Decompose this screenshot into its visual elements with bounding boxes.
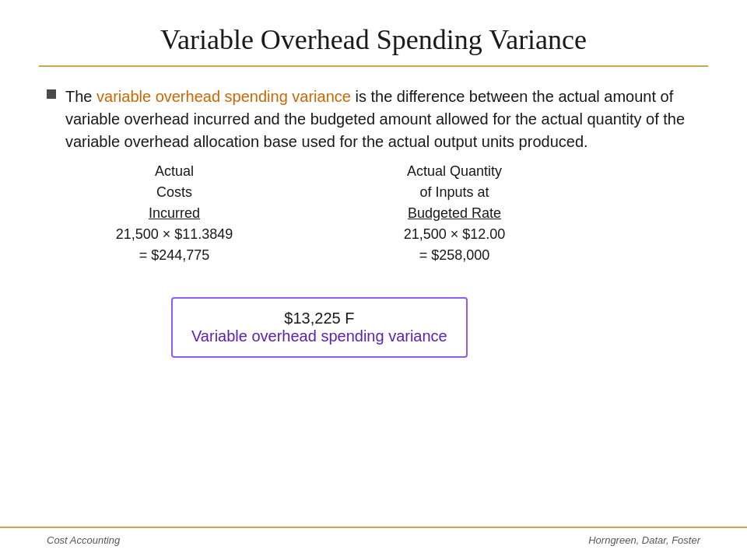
col-right-line4: 21,500 × $12.00 xyxy=(345,224,563,245)
bullet-text: The variable overhead spending variance … xyxy=(65,86,700,153)
col-right-line2: of Inputs at xyxy=(345,182,563,203)
col-left-line4: 21,500 × $11.3849 xyxy=(65,224,283,245)
content-area: The variable overhead spending variance … xyxy=(39,86,708,358)
col-left-line2: Costs xyxy=(65,182,283,203)
slide: Variable Overhead Spending Variance The … xyxy=(0,0,747,560)
variance-label: Variable overhead spending variance xyxy=(191,327,447,345)
col-left-line1: Actual xyxy=(65,161,283,182)
footer: Cost Accounting Horngreen, Datar, Foster xyxy=(0,527,747,546)
variance-amount: $13,225 F xyxy=(191,310,447,327)
page-title: Variable Overhead Spending Variance xyxy=(39,23,708,67)
col-left-line3: Incurred xyxy=(65,203,283,224)
bullet-item: The variable overhead spending variance … xyxy=(47,86,700,153)
col-right: Actual Quantity of Inputs at Budgeted Ra… xyxy=(345,161,563,266)
footer-left: Cost Accounting xyxy=(47,534,120,546)
col-right-line3: Budgeted Rate xyxy=(345,203,563,224)
bullet-prefix: The xyxy=(65,88,96,105)
footer-right: Horngreen, Datar, Foster xyxy=(588,534,700,546)
col-left-line5: = $244,775 xyxy=(65,245,283,266)
bullet-icon xyxy=(47,89,56,99)
col-right-line5: = $258,000 xyxy=(345,245,563,266)
col-left: Actual Costs Incurred 21,500 × $11.3849 … xyxy=(65,161,283,266)
bullet-highlight: variable overhead spending variance xyxy=(96,88,351,105)
col-right-line1: Actual Quantity xyxy=(345,161,563,182)
variance-box: $13,225 F Variable overhead spending var… xyxy=(171,297,468,358)
comparison-table: Actual Costs Incurred 21,500 × $11.3849 … xyxy=(65,161,700,266)
